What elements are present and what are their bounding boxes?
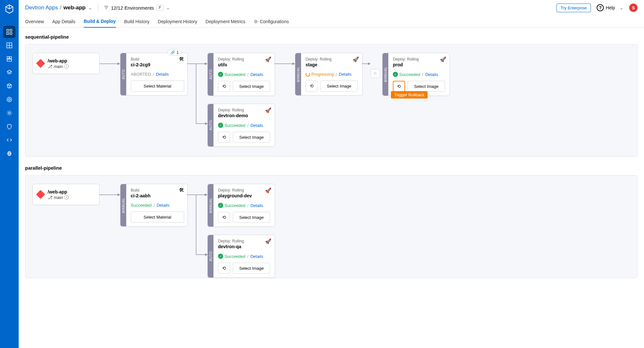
tab-overview[interactable]: Overview (25, 15, 44, 27)
node-type: Build (131, 57, 183, 61)
tab-deployment-metrics[interactable]: Deployment Metrics (205, 15, 245, 27)
select-material-button[interactable]: Select Material (131, 80, 184, 91)
approval-icon[interactable]: ⎍ (371, 69, 380, 78)
status-text: Succeeded (131, 203, 152, 208)
rollback-button[interactable]: ⟲ (218, 132, 230, 143)
status-text: ✓Succeeded (393, 72, 420, 77)
nav-code-icon[interactable] (3, 134, 15, 146)
tab-build-deploy[interactable]: Build & Deploy (84, 15, 116, 28)
mode-strip: AUTO (208, 53, 213, 96)
select-image-button[interactable]: Select Image (408, 81, 445, 92)
select-image-button[interactable]: Select Image (233, 132, 270, 143)
tab-configurations[interactable]: ⚙ Configurations (254, 15, 289, 27)
select-image-button[interactable]: Select Image (233, 263, 270, 274)
select-image-button[interactable]: Select Image (233, 212, 270, 223)
nav-target-icon[interactable] (3, 93, 15, 106)
svg-rect-9 (7, 59, 12, 61)
select-material-button[interactable]: Select Material (131, 212, 184, 222)
node-name: playground-dev (218, 193, 270, 198)
chevron-down-icon: ⌄ (620, 5, 623, 10)
rocket-icon: 🚀 (265, 238, 271, 244)
details-link[interactable]: Details (251, 203, 263, 208)
nav-box-icon[interactable] (3, 53, 15, 65)
nav-apps-icon[interactable] (3, 26, 15, 38)
details-link[interactable]: Details (425, 72, 438, 77)
source-node[interactable]: /web-app ⎇ main i (33, 53, 99, 74)
deploy-node-stage[interactable]: MANUAL Deploy: Rolling stage 🚀 Progressi… (295, 53, 363, 96)
deploy-node-devtron-qa[interactable]: AUTO Deploy: Rolling devtron-qa 🚀 ✓Succe… (207, 235, 275, 278)
node-type: Build (131, 188, 183, 193)
svg-marker-17 (118, 62, 120, 65)
details-link[interactable]: Details (157, 203, 170, 208)
try-enterprise-button[interactable]: Try Enterprise (556, 4, 591, 12)
select-image-button[interactable]: Select Image (320, 80, 358, 91)
breadcrumb-current[interactable]: web-app (63, 5, 86, 11)
node-name: stage (306, 62, 358, 67)
svg-point-12 (8, 112, 10, 114)
workflow-title: sequential-pipeline (25, 34, 638, 40)
svg-rect-0 (7, 29, 9, 31)
kbd-hint: F (156, 5, 163, 11)
link-badge[interactable]: 🔗 1 (167, 49, 182, 56)
node-type: Deploy: Rolling (218, 108, 270, 112)
sidebar (0, 0, 19, 293)
node-name: devtron-qa (218, 244, 270, 249)
rollback-button[interactable]: ⟲ (218, 263, 230, 274)
mode-strip: MANUAL (295, 53, 301, 95)
nav-settings-icon[interactable] (3, 147, 15, 160)
breadcrumb-parent[interactable]: Devtron Apps (25, 5, 58, 11)
workflow-title: parallel-pipeline (25, 165, 638, 171)
rocket-icon: 🚀 (265, 107, 271, 113)
deploy-node-prod[interactable]: MANUAL Deploy: Rolling prod 🚀 ✓Succeeded… (382, 53, 450, 96)
details-link[interactable]: Details (251, 72, 263, 77)
deploy-node-devtron-demo[interactable]: AUTO Deploy: Rolling devtron-demo 🚀 ✓Suc… (207, 104, 275, 147)
chevron-down-icon[interactable]: ⌄ (166, 5, 170, 10)
details-link[interactable]: Details (156, 72, 169, 77)
avatar[interactable]: S (629, 4, 638, 12)
nav-grid-icon[interactable] (3, 39, 15, 52)
build-node[interactable]: 🔗 1 AUTO Build ci-2-2cg9 🛠 ABORTED / Det… (120, 53, 188, 96)
tabs: Overview App Details Build & Deploy Buil… (19, 15, 644, 28)
build-node[interactable]: MANUAL Build ci-2-aabh 🛠 Succeeded / Det… (120, 184, 188, 227)
nav-cube-icon[interactable] (3, 80, 15, 92)
node-name: ci-2-2cg9 (131, 62, 183, 67)
details-link[interactable]: Details (339, 72, 352, 77)
node-name: prod (393, 62, 445, 67)
topbar: Devtron Apps / web-app ⌄ 12/12 Environme… (19, 0, 644, 15)
source-node[interactable]: /web-app ⎇ main i (33, 184, 99, 205)
svg-marker-22 (118, 193, 120, 196)
tab-deployment-history[interactable]: Deployment History (158, 15, 197, 27)
help-button[interactable]: ? Help ⌄ (597, 4, 623, 11)
branch-icon: ⎇ (48, 64, 52, 69)
svg-rect-3 (10, 33, 12, 34)
rollback-button[interactable]: ⟲ (218, 212, 230, 223)
tab-build-history[interactable]: Build History (124, 15, 150, 27)
status-text: ✓Succeeded (218, 254, 245, 259)
filter-icon[interactable] (104, 5, 109, 11)
details-link[interactable]: Details (251, 123, 263, 128)
svg-rect-2 (7, 33, 9, 34)
rollback-button[interactable]: ⟲ (306, 80, 318, 91)
mode-strip: MANUAL (383, 53, 388, 96)
svg-marker-19 (292, 62, 295, 65)
status-text: ✓Succeeded (218, 72, 245, 77)
deploy-node-utils[interactable]: AUTO Deploy: Rolling utils 🚀 ✓Succeeded … (207, 53, 275, 96)
env-filter-text[interactable]: 12/12 Environments (111, 5, 154, 11)
select-image-button[interactable]: Select Image (233, 81, 270, 92)
git-icon (36, 59, 45, 68)
rollback-button[interactable]: ⟲ (393, 81, 405, 92)
nav-gear-icon[interactable] (3, 107, 15, 119)
source-name: /web-app (48, 189, 69, 194)
node-type: Deploy: Rolling (218, 239, 270, 243)
svg-rect-8 (10, 57, 12, 59)
nav-stack-icon[interactable] (3, 66, 15, 79)
chevron-down-icon[interactable]: ⌄ (88, 5, 92, 10)
details-link[interactable]: Details (251, 254, 263, 259)
rollback-button[interactable]: ⟲ (218, 81, 230, 92)
svg-rect-1 (10, 29, 12, 31)
nav-shield-icon[interactable] (3, 120, 15, 133)
status-text: ✓Succeeded (218, 123, 245, 128)
tab-app-details[interactable]: App Details (52, 15, 75, 27)
deploy-node-playground-dev[interactable]: MANUAL Deploy: Rolling playground-dev 🚀 … (207, 184, 275, 227)
source-name: /web-app (48, 58, 69, 63)
